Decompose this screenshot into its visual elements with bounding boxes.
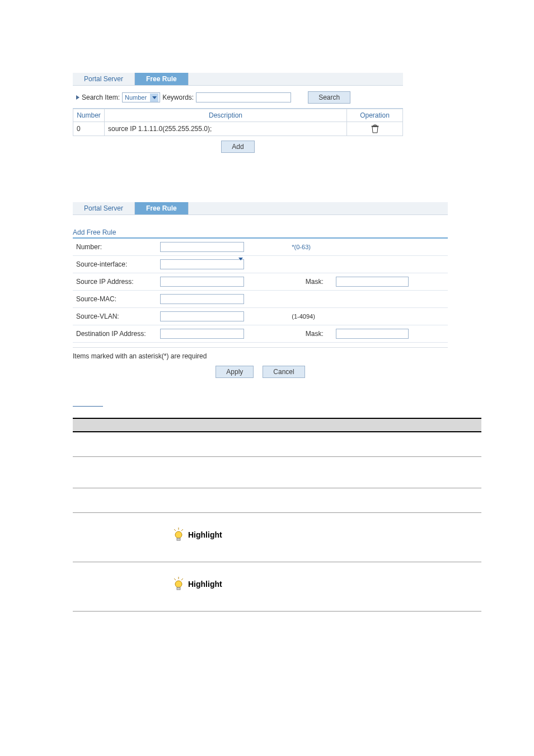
section-title: Add Free Rule <box>73 228 448 236</box>
svg-line-7 <box>181 578 183 580</box>
tab-portal-server[interactable]: Portal Server <box>73 202 135 214</box>
svg-line-2 <box>181 529 183 531</box>
chevron-down-icon <box>238 260 243 268</box>
cell-operation <box>347 122 403 136</box>
table-row: 0 source IP 1.1.11.0(255.255.255.0); <box>73 122 403 136</box>
cancel-button[interactable]: Cancel <box>263 366 305 378</box>
source-ip-input[interactable] <box>160 277 244 287</box>
add-bar: Add <box>73 136 403 157</box>
description-table: Highlight Highlight <box>73 418 481 612</box>
form-rule <box>73 347 448 348</box>
search-bar: Search Item: Number Keywords: Search <box>73 86 403 109</box>
highlight-block: Highlight <box>169 519 475 542</box>
destination-ip-mask-input[interactable] <box>336 329 409 339</box>
source-vlan-label: Source-VLAN: <box>73 308 157 325</box>
table-row: Highlight <box>73 512 481 562</box>
button-row: Apply Cancel <box>73 366 448 378</box>
destination-ip-input[interactable] <box>160 329 244 339</box>
source-interface-select[interactable] <box>160 259 244 269</box>
required-note: Items marked with an asterisk(*) are req… <box>73 352 448 360</box>
source-ip-label: Source IP Address: <box>73 273 157 291</box>
number-hint: *(0-63) <box>292 244 311 250</box>
table-row <box>73 432 481 456</box>
keywords-input[interactable] <box>196 92 291 102</box>
search-item-select[interactable]: Number <box>122 92 160 102</box>
search-button[interactable]: Search <box>308 91 350 104</box>
chevron-down-icon <box>150 94 158 102</box>
col-number[interactable]: Number <box>73 109 105 122</box>
svg-line-1 <box>174 529 176 531</box>
source-vlan-input[interactable] <box>160 311 244 321</box>
destination-ip-mask-label: Mask: <box>306 330 324 338</box>
highlight-label: Highlight <box>188 530 222 539</box>
number-label: Number: <box>73 239 157 256</box>
search-item-selected: Number <box>125 94 150 101</box>
destination-ip-label: Destination IP Address: <box>73 325 157 343</box>
source-mac-label: Source-MAC: <box>73 291 157 308</box>
tab-free-rule[interactable]: Free Rule <box>135 73 189 85</box>
short-rule <box>73 406 103 407</box>
expand-icon <box>76 95 79 100</box>
add-free-rule-panel: Portal Server Free Rule Add Free Rule Nu… <box>73 202 448 378</box>
cell-number: 0 <box>73 122 105 136</box>
table-row <box>73 488 481 512</box>
lightbulb-icon <box>172 528 185 542</box>
svg-line-6 <box>174 578 176 580</box>
table-header: Number Description Operation <box>73 109 403 122</box>
table-row: Highlight <box>73 562 481 611</box>
tab-portal-server[interactable]: Portal Server <box>73 73 135 85</box>
table-row <box>73 456 481 488</box>
free-rule-table: Number Description Operation 0 source IP… <box>73 109 403 136</box>
table-header <box>73 418 481 432</box>
highlight-label: Highlight <box>188 580 222 589</box>
apply-button[interactable]: Apply <box>216 366 254 378</box>
source-vlan-hint: (1-4094) <box>292 313 315 320</box>
source-mac-input[interactable] <box>160 294 244 304</box>
search-item-label: Search Item: <box>82 94 120 101</box>
col-a <box>73 418 162 432</box>
svg-rect-9 <box>177 587 180 590</box>
delete-icon[interactable] <box>350 124 399 133</box>
svg-point-3 <box>175 531 182 538</box>
svg-point-8 <box>175 581 182 587</box>
highlight-block: Highlight <box>169 568 475 591</box>
source-ip-mask-label: Mask: <box>306 278 324 286</box>
lightbulb-icon <box>172 577 185 591</box>
number-input[interactable] <box>160 242 244 252</box>
cell-description: source IP 1.1.11.0(255.255.255.0); <box>105 122 347 136</box>
tabs: Portal Server Free Rule <box>73 202 448 215</box>
free-rule-form: Number: *(0-63) Source-interface: Source… <box>73 239 448 343</box>
col-b <box>162 418 481 432</box>
tabs: Portal Server Free Rule <box>73 73 403 86</box>
source-interface-label: Source-interface: <box>73 256 157 273</box>
add-button[interactable]: Add <box>221 141 254 153</box>
tab-free-rule[interactable]: Free Rule <box>135 202 189 214</box>
source-ip-mask-input[interactable] <box>336 277 409 287</box>
svg-rect-4 <box>177 538 180 540</box>
free-rule-list-panel: Portal Server Free Rule Search Item: Num… <box>73 73 403 157</box>
col-operation[interactable]: Operation <box>347 109 403 122</box>
keywords-label: Keywords: <box>162 94 194 101</box>
col-description[interactable]: Description <box>105 109 347 122</box>
